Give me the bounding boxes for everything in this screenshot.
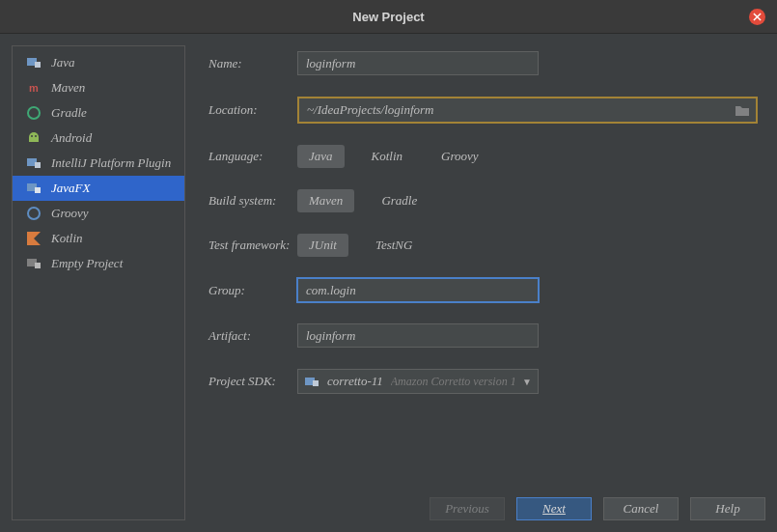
sidebar-item-label: Kotlin xyxy=(51,231,83,246)
location-label: Location: xyxy=(208,102,297,118)
javafx-icon xyxy=(26,181,42,196)
group-label: Group: xyxy=(208,283,297,298)
build-system-label: Build system: xyxy=(208,193,297,209)
build-option-maven[interactable]: Maven xyxy=(297,189,354,212)
build-option-gradle[interactable]: Gradle xyxy=(370,189,429,212)
artifact-label: Artifact: xyxy=(208,328,297,344)
chevron-down-icon: ▼ xyxy=(522,377,532,387)
name-input[interactable] xyxy=(297,51,539,75)
svg-rect-4 xyxy=(35,162,41,168)
group-input[interactable] xyxy=(297,278,539,302)
android-icon xyxy=(26,130,42,146)
folder-icon[interactable] xyxy=(735,103,750,117)
help-button[interactable]: Help xyxy=(690,497,765,520)
kotlin-icon xyxy=(26,231,42,246)
sdk-icon xyxy=(304,376,319,387)
groovy-icon xyxy=(26,206,42,221)
sidebar-item-label: Gradle xyxy=(51,105,87,121)
dialog-footer: Previous Next Cancel Help xyxy=(430,497,765,520)
project-type-sidebar: Java m Maven Gradle Android IntelliJ Pla… xyxy=(12,45,185,520)
sidebar-item-intellij-plugin[interactable]: IntelliJ Platform Plugin xyxy=(13,151,184,176)
test-framework-label: Test framework: xyxy=(208,238,297,253)
svg-rect-0 xyxy=(35,62,41,68)
language-option-kotlin[interactable]: Kotlin xyxy=(360,145,415,168)
sidebar-item-android[interactable]: Android xyxy=(13,126,184,151)
test-option-junit[interactable]: JUnit xyxy=(297,234,348,257)
sidebar-item-maven[interactable]: m Maven xyxy=(13,75,184,100)
previous-button[interactable]: Previous xyxy=(430,497,505,520)
svg-point-1 xyxy=(28,107,40,119)
gradle-icon xyxy=(26,105,42,121)
sidebar-item-label: Groovy xyxy=(51,206,89,221)
sidebar-item-kotlin[interactable]: Kotlin xyxy=(13,226,184,251)
name-label: Name: xyxy=(208,56,297,71)
sdk-selected-name: corretto-11 xyxy=(327,374,383,389)
svg-point-3 xyxy=(35,135,37,137)
next-button[interactable]: Next xyxy=(516,497,592,520)
sidebar-item-label: Java xyxy=(51,55,75,70)
svg-rect-7 xyxy=(35,263,41,268)
sdk-selected-sub: Amazon Corretto version 1 xyxy=(391,375,514,389)
java-icon xyxy=(26,55,42,70)
sidebar-item-java[interactable]: Java xyxy=(13,50,184,75)
language-option-java[interactable]: Java xyxy=(297,145,345,168)
svg-rect-8 xyxy=(313,380,319,386)
empty-icon xyxy=(26,256,42,271)
artifact-input[interactable] xyxy=(297,323,539,348)
language-option-groovy[interactable]: Groovy xyxy=(430,145,490,168)
sidebar-item-javafx[interactable]: JavaFX xyxy=(13,176,184,201)
project-sdk-label: Project SDK: xyxy=(208,374,297,389)
close-button[interactable] xyxy=(749,9,765,25)
sidebar-item-gradle[interactable]: Gradle xyxy=(13,100,184,126)
project-sdk-dropdown[interactable]: corretto-11 Amazon Corretto version 1 ▼ xyxy=(297,369,539,394)
language-label: Language: xyxy=(208,149,297,164)
svg-point-6 xyxy=(28,208,40,219)
sidebar-item-label: IntelliJ Platform Plugin xyxy=(51,155,171,171)
sidebar-item-label: Android xyxy=(51,130,92,146)
cancel-button[interactable]: Cancel xyxy=(603,497,679,520)
window-title: New Project xyxy=(352,10,424,24)
maven-icon: m xyxy=(26,80,42,96)
sidebar-item-groovy[interactable]: Groovy xyxy=(13,201,184,226)
sidebar-item-label: JavaFX xyxy=(51,181,90,196)
sidebar-item-empty-project[interactable]: Empty Project xyxy=(13,251,184,276)
close-icon xyxy=(753,13,762,21)
location-value: ~/IdeaProjects/loginform xyxy=(307,102,735,118)
test-option-testng[interactable]: TestNG xyxy=(364,234,425,257)
titlebar: New Project xyxy=(0,0,777,34)
plugin-icon xyxy=(26,155,42,171)
sidebar-item-label: Maven xyxy=(51,80,85,96)
form-panel: Name: Location: ~/IdeaProjects/loginform… xyxy=(185,34,777,532)
location-input[interactable]: ~/IdeaProjects/loginform xyxy=(297,97,758,124)
sidebar-item-label: Empty Project xyxy=(51,256,123,271)
svg-rect-5 xyxy=(35,187,41,193)
svg-point-2 xyxy=(31,135,33,137)
dialog-content: Java m Maven Gradle Android IntelliJ Pla… xyxy=(0,34,777,532)
